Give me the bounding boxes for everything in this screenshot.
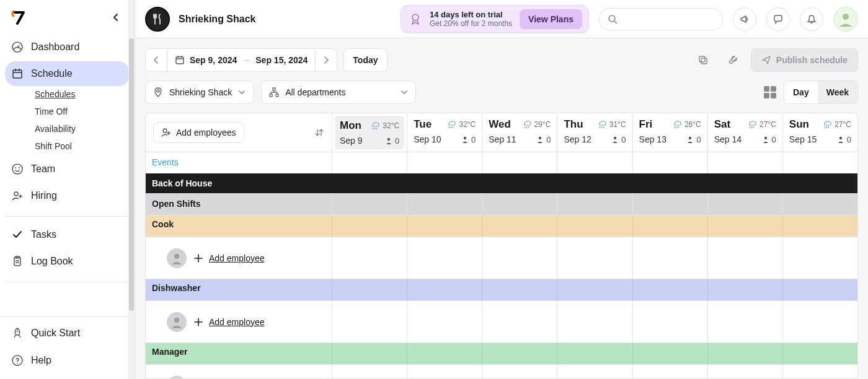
- schedule-cell[interactable]: [407, 237, 482, 279]
- group-header[interactable]: Back of House: [146, 173, 857, 193]
- today-button[interactable]: Today: [343, 48, 387, 72]
- day-header[interactable]: Thu 31°C Sep 12 0: [557, 113, 632, 152]
- schedule-cell[interactable]: [632, 194, 707, 215]
- copy-schedule-button[interactable]: [691, 48, 715, 72]
- arrow-right-icon: →: [242, 55, 250, 65]
- schedule-cell[interactable]: [557, 365, 632, 378]
- schedule-cell[interactable]: [407, 365, 482, 378]
- schedule-cell[interactable]: [782, 237, 857, 279]
- open-shifts-row: Open Shifts: [146, 193, 857, 215]
- date-range-display[interactable]: Sep 9, 2024 → Sep 15, 2024: [167, 49, 315, 71]
- role-name[interactable]: Cook: [146, 216, 332, 237]
- sidebar-scrollbar[interactable]: [128, 0, 135, 379]
- events-label[interactable]: Events: [146, 152, 332, 173]
- schedule-cell[interactable]: [557, 194, 632, 215]
- nav-help[interactable]: Help: [5, 348, 130, 373]
- day-header[interactable]: Tue 32°C Sep 10 0: [407, 113, 482, 152]
- role-name[interactable]: Manager: [146, 343, 332, 364]
- schedule-cell[interactable]: [557, 301, 632, 342]
- schedule-cell[interactable]: [632, 301, 707, 342]
- layout-grid-button[interactable]: [764, 86, 776, 98]
- schedule-cell[interactable]: [332, 365, 407, 378]
- schedule-cell[interactable]: [482, 152, 557, 173]
- schedule-cell[interactable]: [782, 152, 857, 173]
- temp: 27°C: [760, 120, 776, 129]
- search-input[interactable]: [623, 14, 734, 25]
- schedule-cell[interactable]: [707, 301, 782, 342]
- view-plans-button[interactable]: View Plans: [520, 9, 582, 29]
- schedule-cell[interactable]: [782, 301, 857, 342]
- location-dropdown[interactable]: Shrieking Shack: [145, 81, 254, 104]
- subnav-availability[interactable]: Availability: [35, 124, 130, 134]
- nav-team[interactable]: Team: [5, 157, 130, 181]
- nav-hiring[interactable]: Hiring: [5, 183, 130, 208]
- subnav-shiftpool[interactable]: Shift Pool: [35, 141, 130, 151]
- schedule-cell[interactable]: [407, 301, 482, 342]
- schedule-cell[interactable]: [782, 365, 857, 378]
- schedule-cell[interactable]: [557, 237, 632, 279]
- add-employee-link[interactable]: Add employee: [193, 253, 265, 264]
- day-header[interactable]: Wed 29°C Sep 11 0: [482, 113, 557, 152]
- date: Sep 12: [564, 134, 591, 144]
- nav-tasks[interactable]: Tasks: [5, 222, 130, 247]
- schedule-cell[interactable]: [632, 365, 707, 378]
- date-prev-button[interactable]: [146, 49, 167, 71]
- day-header[interactable]: Mon 32°C Sep 9 0: [332, 113, 407, 152]
- subnav-schedules[interactable]: Schedules: [35, 89, 130, 99]
- svg-point-21: [163, 129, 167, 133]
- schedule-cell[interactable]: [707, 237, 782, 279]
- schedule-cell[interactable]: [482, 365, 557, 378]
- open-shifts-label[interactable]: Open Shifts: [146, 194, 332, 215]
- role-spacer: [632, 216, 707, 237]
- schedule-cell[interactable]: [707, 194, 782, 215]
- departments-dropdown[interactable]: All departments: [261, 81, 416, 104]
- subnav-timeoff[interactable]: Time Off: [35, 107, 130, 116]
- day-header[interactable]: Fri 26°C Sep 13 0: [632, 113, 707, 152]
- org-switcher[interactable]: Shrieking Shack: [145, 7, 256, 32]
- add-employee-link[interactable]: Add employee: [193, 316, 265, 328]
- schedule-cell[interactable]: [707, 365, 782, 378]
- svg-rect-14: [176, 57, 184, 64]
- messages-button[interactable]: [766, 7, 790, 31]
- nav-label: Hiring: [31, 190, 57, 201]
- temp: 31°C: [609, 120, 626, 129]
- schedule-cell[interactable]: [557, 152, 632, 173]
- schedule-cell[interactable]: [482, 301, 557, 342]
- schedule-cell[interactable]: [632, 237, 707, 279]
- role-name[interactable]: Dishwasher: [146, 279, 332, 300]
- tools-button[interactable]: [721, 48, 745, 72]
- schedule-cell[interactable]: [332, 152, 407, 173]
- schedule-cell[interactable]: [782, 194, 857, 215]
- day-header[interactable]: Sun 27°C Sep 15 0: [782, 113, 857, 152]
- schedule-cell[interactable]: [332, 194, 407, 215]
- user-avatar[interactable]: [833, 7, 858, 32]
- search-box[interactable]: [599, 8, 723, 30]
- nav-dashboard[interactable]: Dashboard: [5, 35, 130, 59]
- publish-schedule-button[interactable]: Publish schedule: [751, 48, 858, 72]
- nav-quickstart[interactable]: Quick Start: [5, 321, 130, 346]
- schedule-cell[interactable]: [482, 194, 557, 215]
- schedule-cell[interactable]: [707, 152, 782, 173]
- role-spacer: [632, 279, 707, 300]
- day-header[interactable]: Sat 27°C Sep 14 0: [707, 113, 782, 152]
- notifications-button[interactable]: [800, 7, 823, 31]
- announcements-button[interactable]: [733, 7, 756, 31]
- schedule-cell[interactable]: [407, 152, 482, 173]
- add-employees-button[interactable]: Add employees: [153, 122, 244, 143]
- schedule-cell[interactable]: [632, 152, 707, 173]
- sort-button[interactable]: [314, 128, 324, 137]
- role-slot-row: Add employee: [146, 237, 857, 279]
- schedule-cell[interactable]: [482, 237, 557, 279]
- view-day-button[interactable]: Day: [784, 81, 818, 103]
- schedule-cell[interactable]: [407, 194, 482, 215]
- schedule-cell[interactable]: [332, 301, 407, 342]
- schedule-cell[interactable]: [332, 237, 407, 279]
- view-week-button[interactable]: Week: [818, 81, 857, 103]
- sidebar-collapse-button[interactable]: [107, 9, 125, 26]
- date-next-button[interactable]: [316, 49, 337, 71]
- person-icon: [461, 136, 469, 143]
- nav-logbook[interactable]: Log Book: [5, 249, 130, 274]
- svg-point-3: [15, 167, 16, 168]
- schedule-toolbar: Sep 9, 2024 → Sep 15, 2024 Today: [135, 38, 868, 81]
- nav-schedule[interactable]: Schedule: [5, 61, 130, 86]
